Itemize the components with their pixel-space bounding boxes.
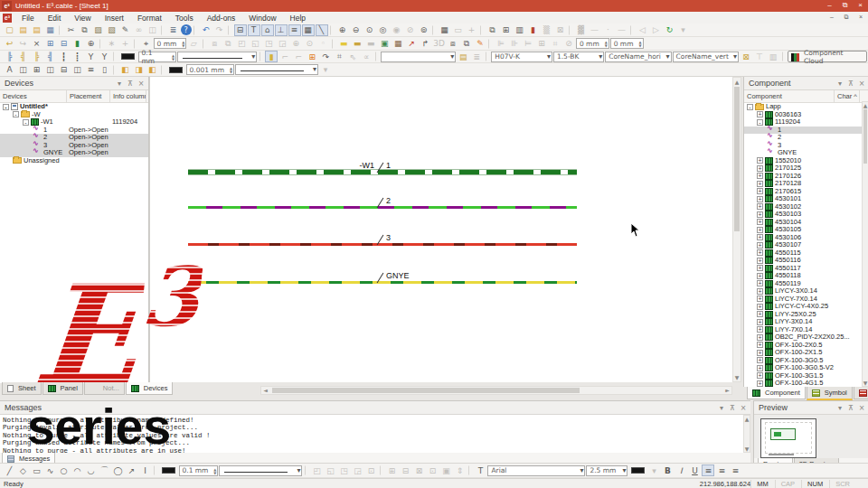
- point-icon[interactable]: ◦: [316, 38, 329, 50]
- view-3d-icon[interactable]: 3D: [432, 38, 446, 50]
- component-row[interactable]: +4530101: [744, 195, 862, 203]
- signal-select[interactable]: [381, 52, 456, 62]
- expander-icon[interactable]: +: [757, 342, 763, 348]
- print-icon[interactable]: ≣: [167, 24, 180, 36]
- menu-item[interactable]: Add-ons: [201, 13, 242, 23]
- tab-component[interactable]: Component: [747, 387, 806, 399]
- expander-icon[interactable]: +: [757, 258, 763, 264]
- align3-icon[interactable]: ⊨: [522, 38, 534, 50]
- line-width-field[interactable]: 0.1 mm: [138, 52, 177, 62]
- text-mode-icon[interactable]: T: [248, 24, 260, 36]
- layer-gray-icon[interactable]: ▬: [364, 38, 377, 50]
- corename-vert-select[interactable]: CoreName_vert: [673, 52, 739, 62]
- panel-menu-icon[interactable]: ▾: [835, 78, 845, 89]
- cut-icon[interactable]: ✂: [65, 24, 78, 36]
- center-icon[interactable]: ⊕: [289, 38, 302, 50]
- place-icon[interactable]: ⊕: [85, 38, 98, 50]
- minimize-icon[interactable]: –: [822, 1, 837, 11]
- component-row[interactable]: +4550117: [744, 265, 862, 273]
- component-row[interactable]: 1: [744, 127, 862, 135]
- tab-symbol[interactable]: Symbol: [807, 387, 853, 400]
- expander-icon[interactable]: +: [757, 181, 763, 187]
- component-row[interactable]: 2: [744, 134, 862, 142]
- draw-width-field[interactable]: 0.1 mm: [179, 465, 219, 476]
- edit-icon[interactable]: ✎: [474, 38, 486, 50]
- column-header[interactable]: Component: [744, 90, 835, 102]
- scroll-up-icon[interactable]: ▲: [744, 416, 750, 422]
- frame2-icon[interactable]: ⧉: [222, 38, 234, 50]
- scale-icon[interactable]: ⊡: [364, 465, 377, 476]
- select-mode-icon[interactable]: ⊟: [234, 24, 247, 36]
- grid-icon[interactable]: ▦: [439, 24, 451, 36]
- expander-icon[interactable]: -: [757, 119, 763, 126]
- component-row[interactable]: +2170125: [744, 164, 862, 173]
- arc-tool-icon[interactable]: ◠: [71, 465, 84, 476]
- scroll-up-icon[interactable]: ▲: [733, 78, 741, 86]
- scroll-down-icon[interactable]: ▼: [744, 446, 750, 452]
- grid-size-field[interactable]: 0 mm: [154, 38, 187, 49]
- connect-both-icon[interactable]: ╠: [31, 51, 43, 62]
- expander-icon[interactable]: +: [757, 211, 763, 218]
- snap-icon[interactable]: ⌖: [140, 38, 153, 50]
- menu-item[interactable]: Help: [284, 13, 312, 23]
- conductor-label[interactable]: 3: [386, 233, 391, 242]
- align-left-icon[interactable]: ≡: [702, 465, 714, 476]
- circle-tool-icon[interactable]: ○: [58, 465, 71, 476]
- expander-icon[interactable]: +: [757, 203, 763, 210]
- undo-icon[interactable]: ↶: [200, 24, 212, 36]
- close-icon[interactable]: ×: [136, 78, 146, 89]
- reroute-icon[interactable]: ↷: [319, 51, 332, 62]
- mdi-close-icon[interactable]: ×: [854, 12, 868, 23]
- restore-icon[interactable]: ⧉: [837, 1, 853, 11]
- panel-menu-icon[interactable]: ▾: [835, 402, 845, 414]
- line-color-chip[interactable]: [121, 53, 135, 60]
- ellipse-tool-icon[interactable]: ◯: [112, 465, 125, 476]
- expander-icon[interactable]: +: [757, 173, 763, 179]
- connect-left-icon[interactable]: ╠: [4, 51, 16, 62]
- grid-opt-icon[interactable]: ▱: [187, 38, 200, 50]
- pair1-icon[interactable]: ◫: [17, 64, 30, 76]
- tile-icon[interactable]: ⊞: [500, 24, 513, 36]
- order-icon[interactable]: ▣: [439, 465, 452, 476]
- component-row[interactable]: +2170615: [744, 188, 862, 196]
- expander-icon[interactable]: -: [23, 119, 29, 126]
- shape-mode-icon[interactable]: ⌂: [261, 24, 274, 36]
- layer-orange-icon[interactable]: ▬: [351, 38, 363, 50]
- group-icon[interactable]: ⊞: [385, 465, 398, 476]
- italic-icon[interactable]: I: [675, 465, 687, 476]
- close-view-icon[interactable]: ⊠: [554, 24, 567, 36]
- disconnect-icon[interactable]: ╣: [44, 51, 57, 62]
- attribute-text-icon[interactable]: A: [4, 64, 16, 76]
- expander-icon[interactable]: +: [757, 227, 763, 233]
- duplicate-icon[interactable]: ◫: [146, 24, 159, 36]
- conductor-label[interactable]: 1: [386, 161, 391, 170]
- delete-sheet-icon[interactable]: ×: [31, 38, 43, 50]
- hook1-icon[interactable]: ⌐: [278, 51, 291, 62]
- flip-icon[interactable]: ⇕: [453, 465, 466, 476]
- component-row[interactable]: +0036163: [744, 111, 862, 119]
- zoom-select-icon[interactable]: ⊚: [418, 24, 430, 36]
- arc3-tool-icon[interactable]: ⌒: [99, 465, 111, 476]
- sheet-props-icon[interactable]: ⊟: [58, 38, 71, 50]
- expander-icon[interactable]: +: [757, 357, 763, 363]
- component-row[interactable]: -Lapp: [744, 103, 862, 111]
- mdi-document-icon[interactable]: e³: [3, 14, 12, 23]
- frame1-icon[interactable]: ⧈: [208, 38, 221, 50]
- expander-icon[interactable]: -: [3, 104, 9, 110]
- wire-line[interactable]: [188, 281, 577, 284]
- component-row[interactable]: GNYE: [744, 149, 862, 157]
- tree-row-unassigned[interactable]: Unassigned: [0, 157, 148, 165]
- align-center-icon[interactable]: ≡: [715, 465, 728, 476]
- column-header[interactable]: Char ^: [835, 90, 860, 102]
- zoom-sheet-icon[interactable]: ◉: [391, 24, 403, 36]
- tab-hidden[interactable]: Not...: [84, 382, 125, 395]
- expander-icon[interactable]: +: [757, 280, 763, 286]
- expander-icon[interactable]: +: [757, 157, 763, 164]
- draw-style-select[interactable]: [219, 465, 302, 476]
- menu-item[interactable]: View: [68, 13, 97, 23]
- cube2-icon[interactable]: ⧉: [460, 38, 473, 50]
- unbundle-icon[interactable]: ┋: [71, 51, 84, 62]
- new-icon[interactable]: ▢: [4, 24, 16, 36]
- wire-line[interactable]: [188, 169, 577, 175]
- component-row[interactable]: +OFX-100-4G1.5: [744, 380, 862, 387]
